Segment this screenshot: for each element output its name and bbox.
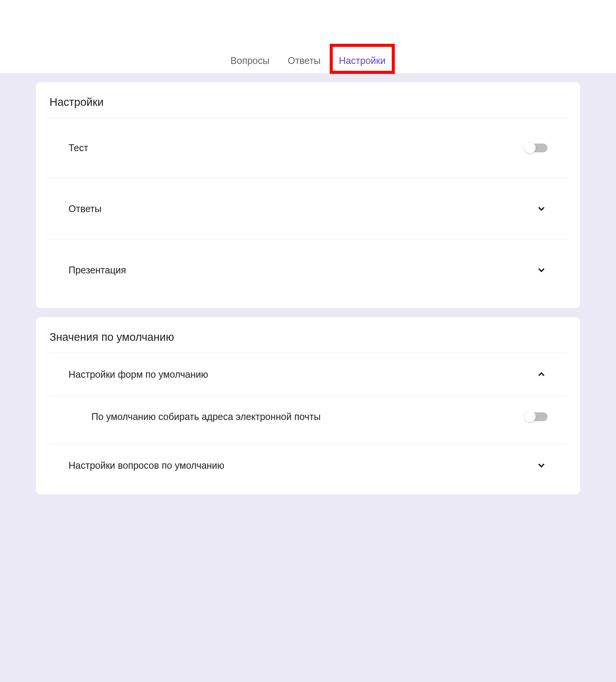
setting-answers-row[interactable]: Ответы bbox=[49, 178, 567, 240]
setting-presentation-label: Презентация bbox=[69, 265, 126, 276]
setting-collect-emails-toggle[interactable] bbox=[525, 412, 547, 421]
setting-test-toggle[interactable] bbox=[525, 144, 547, 152]
tab-active-underline bbox=[337, 71, 387, 73]
chevron-down-icon[interactable] bbox=[535, 264, 547, 276]
defaults-card-title: Значения по умолчанию bbox=[49, 331, 567, 353]
tab-settings-label: Настройки bbox=[339, 55, 386, 66]
tab-questions[interactable]: Вопросы bbox=[229, 51, 271, 70]
defaults-card: Значения по умолчанию Настройки форм по … bbox=[36, 317, 580, 494]
tab-settings-wrapper: Настройки bbox=[337, 51, 387, 70]
setting-collect-emails-row: По умолчанию собирать адреса электронной… bbox=[49, 396, 567, 444]
toggle-knob bbox=[524, 142, 536, 153]
chevron-down-icon[interactable] bbox=[535, 459, 547, 471]
tab-answers[interactable]: Ответы bbox=[286, 51, 322, 70]
tabs-container: Вопросы Ответы Настройки bbox=[229, 51, 387, 73]
setting-question-defaults-label: Настройки вопросов по умолчанию bbox=[69, 460, 224, 471]
setting-presentation-row[interactable]: Презентация bbox=[49, 240, 567, 300]
setting-form-defaults-label: Настройки форм по умолчанию bbox=[69, 369, 208, 380]
chevron-up-icon[interactable] bbox=[535, 368, 547, 380]
setting-collect-emails-label: По умолчанию собирать адреса электронной… bbox=[91, 411, 321, 422]
toggle-knob bbox=[524, 411, 536, 422]
setting-answers-label: Ответы bbox=[69, 203, 101, 214]
setting-test-row: Тест bbox=[49, 118, 567, 178]
settings-card: Настройки Тест Ответы Презентация bbox=[36, 82, 580, 308]
setting-form-defaults-row[interactable]: Настройки форм по умолчанию bbox=[49, 353, 567, 396]
setting-test-label: Тест bbox=[69, 142, 88, 153]
settings-card-title: Настройки bbox=[49, 96, 567, 118]
tabs-header: Вопросы Ответы Настройки bbox=[0, 0, 616, 73]
chevron-down-icon[interactable] bbox=[535, 203, 547, 215]
setting-question-defaults-row[interactable]: Настройки вопросов по умолчанию bbox=[49, 444, 567, 487]
content-area: Настройки Тест Ответы Презентация bbox=[0, 73, 616, 682]
tab-settings[interactable]: Настройки bbox=[337, 51, 387, 70]
